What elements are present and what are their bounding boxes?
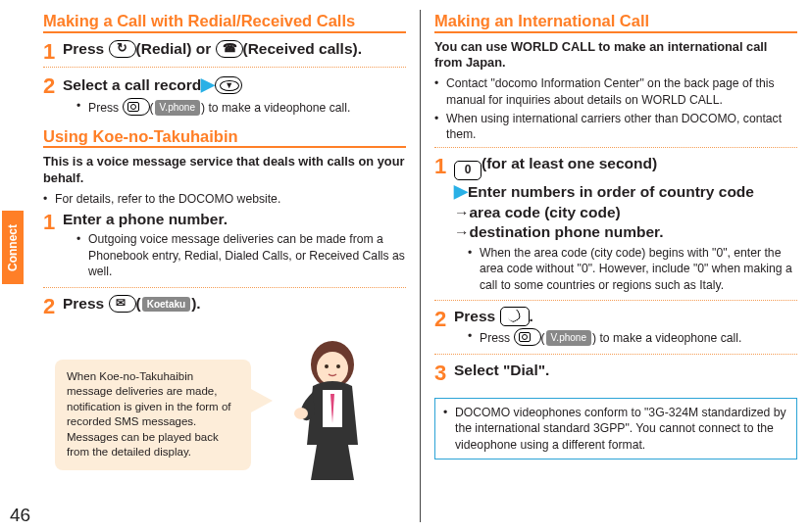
- bullet: For details, refer to the DOCOMO website…: [43, 191, 406, 207]
- bullet-text: Press (V.phone) to make a videophone cal…: [88, 98, 406, 116]
- step-number: 1: [43, 210, 63, 283]
- step-number: 2: [43, 73, 63, 120]
- svg-point-5: [294, 408, 308, 419]
- speech-bubble: When Koe-no-Takuhaibin message deliverie…: [55, 360, 251, 470]
- t: (for at least one second): [482, 155, 657, 171]
- bullet: DOCOMO videophones conform to "3G-324M s…: [443, 405, 788, 453]
- intl-step-1: 1 0(for at least one second) ▶Enter numb…: [434, 154, 797, 296]
- t: ).: [191, 295, 200, 312]
- bullet: Outgoing voice message deliveries can be…: [63, 231, 406, 279]
- page-number: 46: [10, 505, 30, 526]
- mail-key-icon: [109, 295, 136, 313]
- intl-step-2: 2 Press . Press (V.phone) to make a vide…: [434, 307, 797, 350]
- bullet-text: Press (V.phone) to make a videophone cal…: [480, 328, 797, 346]
- t: ) to make a videophone call.: [201, 101, 350, 115]
- step-text: Select a call record▶: [63, 73, 406, 96]
- intl-lead: You can use WORLD CALL to make an intern…: [434, 39, 797, 72]
- call-key-icon: [500, 307, 530, 326]
- bullet-dot: [76, 231, 88, 279]
- left-column: Making a Call with Redial/Received Calls…: [0, 10, 421, 522]
- softkey-label: Koetaku: [142, 297, 190, 312]
- t: (Received calls).: [243, 40, 362, 57]
- side-tab: Connect: [2, 211, 24, 284]
- t: Press: [454, 308, 500, 324]
- bullet-dot: [443, 405, 455, 453]
- step-text: Press .: [454, 307, 797, 326]
- bullet-text: When the area code (city code) begins wi…: [480, 245, 797, 293]
- bullet-dot: [434, 75, 446, 108]
- nav-down-key-icon: [215, 76, 242, 94]
- t: Press: [63, 40, 109, 57]
- separator: [434, 300, 797, 301]
- softkey-label: V.phone: [546, 330, 591, 346]
- bullet-text: For details, refer to the DOCOMO website…: [55, 191, 406, 207]
- bullet: When using international carriers other …: [434, 111, 797, 143]
- side-tab-label: Connect: [6, 224, 20, 271]
- heading-redial: Making a Call with Redial/Received Calls: [43, 12, 406, 33]
- separator: [434, 354, 797, 355]
- bullet: Contact "docomo Information Center" on t…: [434, 75, 797, 108]
- t: ) to make a videophone call.: [592, 331, 741, 345]
- koe-step-2: 2 Press (Koetaku).: [43, 294, 406, 317]
- t: Press: [63, 295, 109, 312]
- koe-intro: This is a voice message service that dea…: [43, 154, 406, 186]
- redial-key-icon: [109, 40, 136, 58]
- lady-illustration: [283, 335, 386, 482]
- speech-area: When Koe-no-Takuhaibin message deliverie…: [43, 335, 406, 487]
- info-callout: DOCOMO videophones conform to "3G-324M s…: [434, 398, 797, 459]
- t: .: [530, 308, 533, 324]
- bullet-dot: [43, 191, 55, 207]
- softkey-label: V.phone: [155, 100, 200, 116]
- step-number: 1: [43, 39, 63, 63]
- step-text: Press (Redial) or (Received calls).: [63, 39, 406, 59]
- t: Enter numbers in order of country code: [468, 183, 754, 200]
- bullet-dot: [468, 328, 480, 346]
- camera-key-icon: [123, 98, 150, 116]
- bullet-dot: [434, 111, 446, 143]
- separator: [43, 287, 406, 288]
- bullet-text: Outgoing voice message deliveries can be…: [88, 231, 406, 279]
- t: area code (city code): [470, 204, 621, 220]
- t: Press: [480, 331, 514, 345]
- speech-text: When Koe-no-Takuhaibin message deliverie…: [67, 370, 230, 459]
- step-text: Press (Koetaku).: [63, 294, 406, 314]
- right-column: Making an International Call You can use…: [421, 10, 811, 522]
- koe-step-1: 1 Enter a phone number. Outgoing voice m…: [43, 210, 406, 283]
- heading-koe: Using Koe-no-Takuhaibin: [43, 127, 406, 149]
- camera-key-icon: [514, 328, 541, 346]
- t: destination phone number.: [470, 223, 664, 240]
- separator: [434, 147, 797, 148]
- bullet-text: When using international carriers other …: [446, 111, 797, 143]
- step-number: 2: [434, 307, 454, 350]
- bullet: Press (V.phone) to make a videophone cal…: [63, 98, 406, 116]
- t: Press: [88, 101, 123, 115]
- step-text: Enter a phone number.: [63, 210, 406, 229]
- bullet-dot: [76, 98, 88, 116]
- step-number: 3: [434, 361, 454, 384]
- redial-step-1: 1 Press (Redial) or (Received calls).: [43, 39, 406, 63]
- step-text: 0(for at least one second) ▶Enter number…: [454, 154, 797, 243]
- speech-tail: [251, 389, 273, 412]
- heading-intl: Making an International Call: [434, 12, 797, 33]
- bullet-text: Contact "docomo Information Center" on t…: [446, 75, 797, 108]
- step-number: 1: [434, 154, 454, 296]
- svg-point-2: [325, 364, 329, 368]
- t: Select a call record: [63, 76, 201, 93]
- bullet-text: DOCOMO videophones conform to "3G-324M s…: [455, 405, 788, 453]
- intl-step-3: 3 Select "Dial".: [434, 361, 797, 384]
- step-text: Select "Dial".: [454, 361, 797, 380]
- bullet: When the area code (city code) begins wi…: [454, 245, 797, 293]
- svg-point-1: [317, 352, 348, 385]
- step-number: 2: [43, 294, 63, 317]
- page-content: Making a Call with Redial/Received Calls…: [0, 0, 811, 532]
- redial-step-2: 2 Select a call record▶ Press (V.phone) …: [43, 73, 406, 120]
- separator: [43, 67, 406, 68]
- bullet: Press (V.phone) to make a videophone cal…: [454, 328, 797, 346]
- received-calls-key-icon: [216, 40, 243, 58]
- zero-key-icon: 0: [454, 161, 482, 180]
- svg-point-3: [336, 364, 340, 368]
- t: (Redial) or: [136, 40, 216, 57]
- bullet-dot: [468, 245, 480, 293]
